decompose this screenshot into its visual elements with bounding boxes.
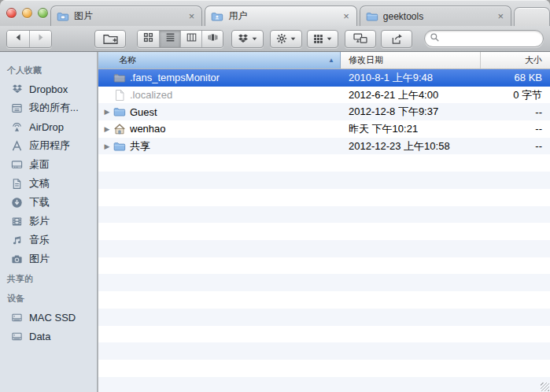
disclosure-triangle-icon[interactable]: ▶ <box>102 142 113 150</box>
file-list-pane: 名称 ▲ 修改日期 大小 .fans_tempsMonitor2010-8-1 … <box>98 52 550 392</box>
tab[interactable]: 图片× <box>50 6 202 26</box>
sidebar-item[interactable]: 下载 <box>0 193 97 212</box>
caret-down-icon <box>290 37 296 41</box>
sidebar-section-title: 共享的 <box>0 268 97 288</box>
pictures-icon <box>10 253 24 265</box>
folder-icon <box>366 10 378 23</box>
column-header-name[interactable]: 名称 ▲ <box>98 52 341 68</box>
column-headers: 名称 ▲ 修改日期 大小 <box>98 52 550 69</box>
file-date-modified: 2012-6-21 上午4:00 <box>341 88 480 102</box>
sidebar-item-label: Data <box>29 331 50 342</box>
sidebar-item[interactable]: 音乐 <box>0 231 97 250</box>
resize-grip[interactable] <box>541 383 549 391</box>
tab-bar: 图片×用户×geektools× <box>0 0 550 26</box>
sidebar-item-label: 文稿 <box>29 176 50 190</box>
window-body: 个人收藏Dropbox我的所有...AirDrop应用程序桌面文稿下载影片音乐图… <box>0 52 550 392</box>
sidebar-item[interactable]: Dropbox <box>0 80 97 98</box>
tab[interactable]: geektools× <box>360 6 511 26</box>
file-name: .localized <box>130 89 172 101</box>
sidebar-item-label: 我的所有... <box>29 101 79 115</box>
sidebar-item[interactable]: AirDrop <box>0 117 97 136</box>
search-input[interactable] <box>443 32 538 45</box>
sidebar-item-label: Dropbox <box>29 83 68 95</box>
sort-ascending-icon: ▲ <box>328 57 334 64</box>
back-button[interactable] <box>7 31 29 47</box>
tab[interactable]: 用户× <box>205 6 356 26</box>
coverflow-view-button[interactable] <box>201 31 223 47</box>
forward-button[interactable] <box>29 31 51 47</box>
action-menu-button[interactable] <box>270 30 302 48</box>
share-button[interactable] <box>381 30 412 48</box>
sidebar-item[interactable]: Data <box>0 327 97 346</box>
zoom-window-button[interactable] <box>38 8 48 18</box>
sidebar-item-label: 图片 <box>29 252 50 266</box>
sidebar-item-label: MAC SSD <box>29 312 76 324</box>
arrange-menu-button[interactable] <box>307 30 338 48</box>
icon-view-button[interactable] <box>138 31 159 47</box>
sidebar-item[interactable]: 我的所有... <box>0 98 97 117</box>
sidebar-section-title: 个人收藏 <box>0 60 97 80</box>
caret-down-icon <box>327 37 332 41</box>
file-row[interactable]: .fans_tempsMonitor2010-8-1 上午9:4868 KB <box>98 69 550 87</box>
file-date-modified: 2012-12-8 下午9:37 <box>341 105 480 119</box>
screen-share-button[interactable] <box>345 30 376 48</box>
sidebar-item-label: AirDrop <box>29 121 64 133</box>
new-folder-button[interactable] <box>94 30 126 48</box>
hidden-folder-icon <box>113 72 126 84</box>
file-name: Guest <box>130 106 157 118</box>
search-field[interactable] <box>424 30 544 47</box>
column-view-icon <box>186 31 197 46</box>
folder-picture-icon <box>57 10 69 23</box>
back-icon <box>13 31 24 46</box>
sidebar-item[interactable]: 图片 <box>0 250 97 268</box>
list-view-button[interactable] <box>159 31 180 47</box>
sidebar-item[interactable]: 应用程序 <box>0 136 97 155</box>
file-date-modified: 昨天 下午10:21 <box>341 122 480 136</box>
column-header-date-label: 修改日期 <box>349 54 383 66</box>
minimize-window-button[interactable] <box>22 8 32 18</box>
file-row[interactable]: ▶wenhao昨天 下午10:21-- <box>98 120 550 138</box>
sidebar-section-title: 设备 <box>0 288 97 308</box>
file-row[interactable]: ▶共享2012-12-23 上午10:58-- <box>98 138 550 155</box>
home-icon <box>113 123 126 135</box>
view-segmented-control <box>137 30 223 48</box>
tab-close-icon[interactable]: × <box>496 11 506 21</box>
tab-strip: 图片×用户×geektools× <box>50 5 550 26</box>
sidebar-item-label: 音乐 <box>29 233 50 247</box>
file-size: 0 字节 <box>480 88 550 102</box>
gear-icon <box>276 33 287 44</box>
close-window-button[interactable] <box>6 8 17 18</box>
movies-icon <box>10 216 24 227</box>
disclosure-triangle-icon[interactable]: ▶ <box>102 125 113 133</box>
tab-label: geektools <box>383 11 492 22</box>
column-header-name-label: 名称 <box>119 54 136 66</box>
airdrop-icon <box>10 121 24 133</box>
all-my-files-icon <box>10 102 24 114</box>
column-view-button[interactable] <box>180 31 201 47</box>
tab-label: 用户 <box>228 9 337 23</box>
traffic-lights <box>6 8 48 18</box>
sidebar-item[interactable]: 影片 <box>0 212 97 231</box>
sidebar-item[interactable]: 文稿 <box>0 174 97 193</box>
column-header-date[interactable]: 修改日期 <box>341 52 480 68</box>
disclosure-triangle-icon[interactable]: ▶ <box>102 108 113 116</box>
column-header-size[interactable]: 大小 <box>480 52 550 68</box>
file-row[interactable]: .localized2012-6-21 上午4:000 字节 <box>98 87 550 104</box>
folder-icon <box>113 140 126 153</box>
nav-buttons <box>6 30 52 48</box>
tab-close-icon[interactable]: × <box>341 11 351 21</box>
folder-icon <box>113 105 126 118</box>
sidebar-item[interactable]: MAC SSD <box>0 308 97 327</box>
drive-icon <box>10 312 24 324</box>
dropbox-icon <box>238 33 249 44</box>
file-date-modified: 2012-12-23 上午10:58 <box>341 139 480 153</box>
file-row[interactable]: ▶Guest2012-12-8 下午9:37-- <box>98 103 550 120</box>
sidebar-item[interactable]: 桌面 <box>0 155 97 174</box>
sidebar-item-label: 桌面 <box>29 157 50 172</box>
new-tab-stub[interactable] <box>514 7 550 26</box>
tab-close-icon[interactable]: × <box>187 11 197 21</box>
drive-icon <box>10 331 24 342</box>
file-name: wenhao <box>130 123 166 135</box>
dropbox-menu-button[interactable] <box>231 30 264 48</box>
share-icon <box>391 33 403 45</box>
